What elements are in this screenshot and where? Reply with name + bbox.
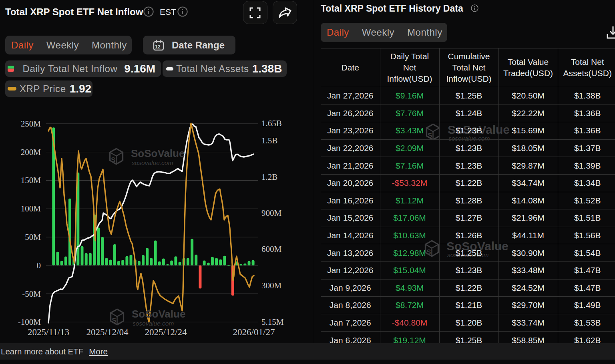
svg-text:-50M: -50M bbox=[22, 289, 41, 299]
svg-text:1.65B: 1.65B bbox=[261, 119, 282, 128]
svg-text:2025/12/24: 2025/12/24 bbox=[145, 327, 187, 337]
svg-text:100M: 100M bbox=[21, 204, 41, 213]
svg-text:250M: 250M bbox=[21, 119, 41, 129]
svg-text:1.5B: 1.5B bbox=[261, 136, 277, 145]
svg-text:50M: 50M bbox=[25, 232, 41, 242]
svg-text:5.15M: 5.15M bbox=[261, 317, 284, 327]
svg-text:S: S bbox=[112, 317, 116, 324]
svg-text:200M: 200M bbox=[21, 147, 41, 157]
svg-text:150M: 150M bbox=[21, 175, 41, 185]
svg-text:1.2B: 1.2B bbox=[261, 172, 277, 182]
svg-text:S: S bbox=[111, 156, 115, 164]
svg-text:2025/12/04: 2025/12/04 bbox=[86, 327, 129, 337]
svg-text:0: 0 bbox=[37, 261, 41, 270]
svg-text:300M: 300M bbox=[261, 281, 282, 290]
svg-text:600M: 600M bbox=[261, 244, 282, 254]
svg-text:-100M: -100M bbox=[18, 317, 41, 327]
svg-text:900M: 900M bbox=[261, 208, 282, 218]
svg-text:2025/11/13: 2025/11/13 bbox=[28, 327, 69, 337]
svg-text:2026/01/27: 2026/01/27 bbox=[233, 327, 275, 337]
